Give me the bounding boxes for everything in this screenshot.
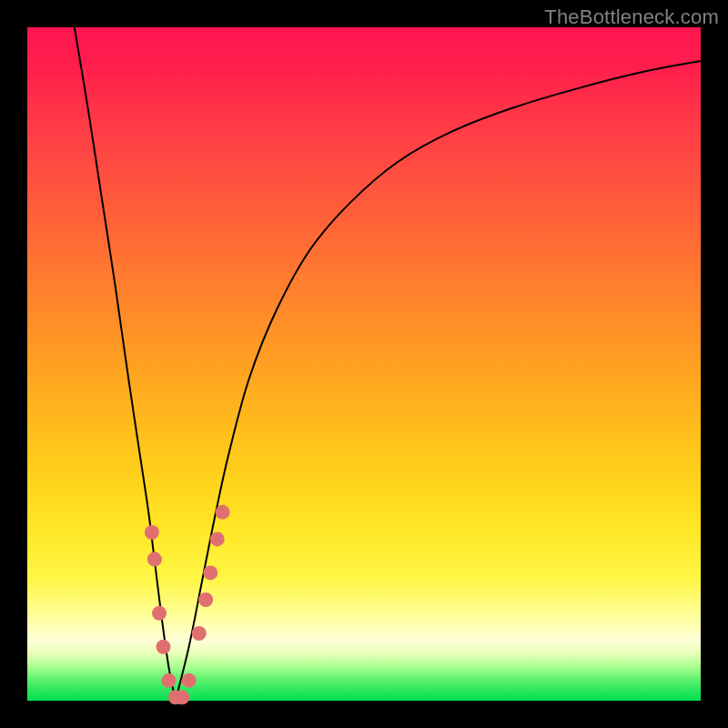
data-marker xyxy=(161,673,176,688)
data-marker xyxy=(192,626,207,641)
marker-group xyxy=(145,505,230,705)
outer-frame: TheBottleneck.com xyxy=(0,0,728,728)
series-right-branch xyxy=(176,61,701,701)
line-left-branch xyxy=(75,27,176,701)
series-left-branch xyxy=(75,27,176,701)
data-marker xyxy=(210,531,225,546)
line-right-branch xyxy=(176,61,701,701)
plot-area xyxy=(27,27,701,701)
data-marker xyxy=(145,525,159,540)
data-marker xyxy=(203,565,217,580)
data-marker xyxy=(216,505,230,520)
chart-svg xyxy=(27,27,701,701)
data-marker xyxy=(147,552,162,567)
data-marker xyxy=(182,673,197,688)
data-marker xyxy=(175,690,189,704)
data-marker xyxy=(152,606,167,621)
data-marker xyxy=(156,640,170,654)
watermark-text: TheBottleneck.com xyxy=(544,5,719,29)
data-marker xyxy=(198,592,213,607)
